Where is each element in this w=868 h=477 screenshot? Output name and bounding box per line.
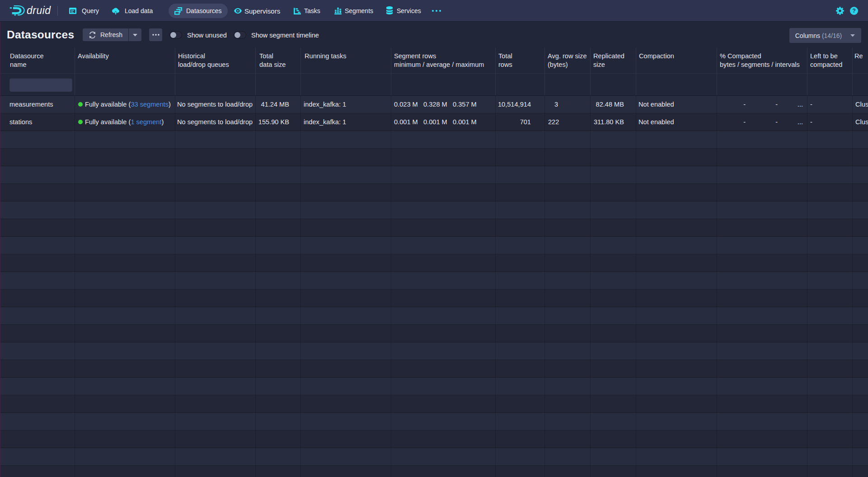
svg-text:?: ? — [852, 8, 856, 14]
